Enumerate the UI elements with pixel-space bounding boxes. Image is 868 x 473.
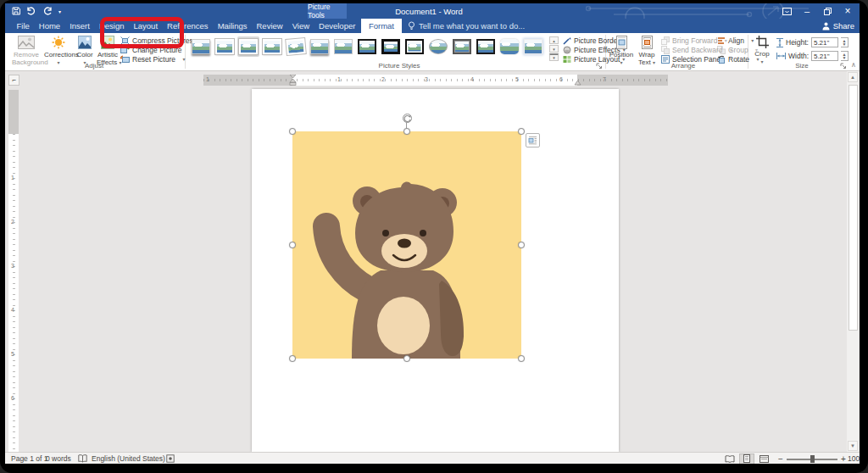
ruler-number: 5: [515, 76, 519, 82]
picture-style-thumbnail-12[interactable]: [451, 36, 473, 57]
print-layout-button[interactable]: [739, 454, 754, 465]
close-button[interactable]: ×: [837, 3, 858, 19]
corrections-sun-icon: [52, 36, 65, 49]
ruler-number: 3: [11, 263, 14, 269]
ruler-number: 2: [381, 76, 385, 82]
vertical-ruler[interactable]: 123456: [8, 90, 19, 452]
selection-handle[interactable]: [403, 355, 410, 362]
left-indent-marker[interactable]: [289, 75, 297, 86]
size-dialog-launcher[interactable]: [840, 63, 847, 70]
picture-styles-group-label: Picture Styles: [361, 62, 437, 70]
scroll-up-button[interactable]: ▲: [848, 72, 858, 82]
picture-style-thumbnail-13[interactable]: [475, 36, 497, 57]
restore-button[interactable]: [817, 3, 837, 19]
share-button[interactable]: Share: [822, 19, 854, 33]
window-title: Document1 - Word: [361, 3, 497, 19]
collapse-ribbon-button[interactable]: ∧: [851, 61, 856, 69]
bear-illustration: [292, 131, 521, 359]
tab-home[interactable]: Home: [35, 19, 64, 33]
picture-style-thumbnail-3[interactable]: [237, 36, 259, 57]
tab-format[interactable]: Format: [361, 19, 402, 33]
selection-handle[interactable]: [403, 128, 410, 135]
macro-recording-button[interactable]: [166, 453, 175, 464]
picture-style-preview: [239, 39, 258, 54]
width-stepper[interactable]: ▲▼: [841, 51, 849, 61]
tell-me-box[interactable]: Tell me what you want to do...: [408, 19, 525, 33]
selected-picture[interactable]: [292, 131, 521, 359]
save-button[interactable]: [12, 7, 20, 15]
tab-developer[interactable]: Developer: [315, 19, 359, 33]
tab-stop-selector[interactable]: ⌐: [8, 75, 19, 86]
selection-handle[interactable]: [518, 242, 525, 248]
picture-style-thumbnail-9[interactable]: [380, 36, 402, 57]
picture-style-thumbnail-15[interactable]: [522, 36, 544, 57]
scrollbar-thumb[interactable]: [849, 85, 858, 331]
picture-style-thumbnail-7[interactable]: [332, 36, 354, 57]
height-control: Height: 5.21" ▲▼: [776, 37, 849, 47]
gallery-scroll-controls: ▴ ▾ ▾: [549, 36, 559, 61]
gallery-scroll-down-button[interactable]: ▾: [549, 45, 559, 53]
height-stepper[interactable]: ▲▼: [841, 37, 849, 47]
selection-handle[interactable]: [518, 128, 525, 135]
remove-background-icon: [18, 36, 35, 49]
picture-style-preview: [286, 38, 305, 55]
word-count[interactable]: 0 words: [46, 453, 71, 464]
picture-style-thumbnail-8[interactable]: [356, 36, 378, 57]
picture-styles-dialog-launcher[interactable]: [596, 63, 603, 70]
vertical-scrollbar[interactable]: ▲ ▼: [847, 71, 859, 452]
crop-button[interactable]: Crop▾: [751, 36, 773, 65]
remove-background-button[interactable]: RemoveBackground: [12, 36, 41, 66]
zoom-out-button[interactable]: −: [778, 453, 783, 464]
position-button[interactable]: Position▾: [609, 36, 634, 66]
status-bar: Page 1 of 1 0 words English (United Stat…: [5, 452, 860, 464]
selection-handle[interactable]: [289, 128, 296, 135]
zoom-in-button[interactable]: +: [841, 453, 846, 464]
reset-picture-button[interactable]: Reset Picture ▾: [120, 55, 185, 64]
scroll-down-button[interactable]: ▼: [848, 441, 858, 451]
position-icon: [615, 36, 628, 49]
web-layout-button[interactable]: [756, 454, 771, 465]
align-button[interactable]: Align ▾: [717, 36, 754, 45]
tab-file[interactable]: File: [13, 19, 33, 33]
tab-mailings[interactable]: Mailings: [214, 19, 251, 33]
zoom-slider-handle[interactable]: [810, 455, 815, 463]
picture-style-thumbnail-5[interactable]: [285, 36, 307, 57]
selection-handle[interactable]: [518, 355, 525, 362]
tab-review[interactable]: Review: [253, 19, 287, 33]
picture-style-thumbnail-10[interactable]: [403, 36, 426, 57]
width-field[interactable]: 5.21": [811, 51, 838, 61]
selection-handle[interactable]: [289, 242, 296, 248]
redo-button[interactable]: [42, 7, 53, 15]
zoom-level[interactable]: 100%: [848, 453, 860, 464]
picture-style-preview: [358, 39, 376, 54]
ruler-number: 4: [11, 307, 14, 313]
picture-style-thumbnail-6[interactable]: [309, 36, 331, 57]
picture-style-thumbnail-1[interactable]: [190, 36, 212, 57]
picture-style-thumbnail-14[interactable]: [498, 36, 520, 57]
proofing-status[interactable]: [78, 453, 87, 464]
gallery-scroll-up-button[interactable]: ▴: [549, 36, 559, 44]
rotation-handle[interactable]: [401, 112, 413, 124]
layout-options-button[interactable]: [526, 133, 540, 147]
read-mode-button[interactable]: [722, 454, 737, 465]
window-controls: – ×: [776, 3, 858, 19]
language-indicator[interactable]: English (United States): [92, 453, 165, 464]
selection-handle[interactable]: [289, 355, 296, 362]
page-indicator[interactable]: Page 1 of 1: [11, 453, 47, 464]
document-area: ⌐ 11234567 123456: [5, 71, 860, 452]
tab-view[interactable]: View: [288, 19, 313, 33]
customize-qat-button[interactable]: ▾: [58, 8, 61, 14]
minimize-button[interactable]: –: [797, 3, 817, 19]
picture-style-thumbnail-11[interactable]: [427, 36, 449, 57]
height-field[interactable]: 5.21": [811, 37, 838, 47]
gallery-more-button[interactable]: ▾: [549, 53, 559, 61]
picture-style-thumbnail-2[interactable]: [214, 36, 236, 57]
tab-insert[interactable]: Insert: [66, 19, 94, 33]
ribbon-display-options-icon: [782, 8, 792, 15]
save-icon: [12, 7, 20, 15]
picture-style-thumbnail-4[interactable]: [261, 36, 283, 57]
horizontal-ruler[interactable]: 11234567: [203, 75, 668, 86]
undo-button[interactable]: [26, 7, 36, 15]
right-indent-marker[interactable]: [574, 78, 581, 86]
ribbon-display-options-button[interactable]: [776, 3, 797, 19]
